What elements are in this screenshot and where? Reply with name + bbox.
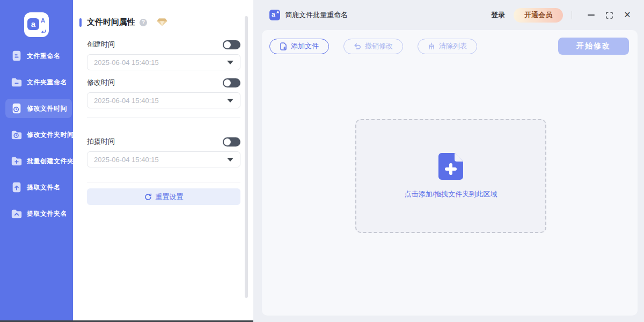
vip-gem-icon — [157, 18, 167, 26]
add-files-label: 添加文件 — [291, 41, 319, 51]
logo-letter-A: A — [41, 17, 45, 24]
start-modify-button[interactable]: 开始修改 — [558, 38, 629, 55]
reset-button-label: 重置设置 — [156, 192, 184, 202]
settings-panel: 文件时间属性 ? 创建时间 2025-06-04 15:40:15 修改时间 2… — [73, 0, 253, 322]
sidebar-item-label: 批量创建文件夹 — [27, 157, 74, 166]
sidebar-item-folder-rename[interactable]: 文件夹重命名 — [5, 72, 72, 92]
undo-label: 撤销修改 — [365, 41, 393, 51]
app-window: a A 文件重命名 文件夹重命名 修改文件时间 — [0, 0, 644, 322]
app-icon-letter: a — [272, 11, 275, 18]
sidebar-item-extract-foldername[interactable]: 提取文件夹名 — [5, 204, 72, 223]
clear-list-label: 清除列表 — [439, 41, 467, 51]
folder-time-icon — [11, 129, 23, 141]
sidebar-item-label: 修改文件夹时间 — [27, 130, 74, 140]
modify-time-input[interactable]: 2025-06-04 15:40:15 — [87, 92, 240, 108]
chevron-down-icon — [227, 99, 233, 103]
divider — [87, 182, 240, 182]
folder-plus-icon — [11, 155, 23, 167]
close-icon: ✕ — [624, 11, 631, 19]
sidebar-item-file-rename[interactable]: 文件重命名 — [5, 46, 72, 65]
clear-list-button[interactable]: 清除列表 — [418, 39, 477, 54]
sidebar-item-modify-file-time[interactable]: 修改文件时间 — [5, 99, 72, 118]
modify-time-value: 2025-06-04 15:40:15 — [94, 97, 159, 105]
chevron-down-icon — [227, 61, 233, 64]
login-link[interactable]: 登录 — [491, 10, 505, 20]
sidebar-item-label: 文件重命名 — [27, 52, 61, 61]
refresh-icon — [144, 193, 152, 201]
create-time-group: 创建时间 2025-06-04 15:40:15 — [87, 39, 240, 70]
logo-arrow-icon — [41, 30, 46, 33]
logo-letter-a: a — [27, 18, 39, 30]
file-rename-icon — [11, 50, 23, 62]
sidebar-item-batch-create-folder[interactable]: 批量创建文件夹 — [5, 151, 72, 171]
capture-time-input[interactable]: 2025-06-04 15:40:15 — [87, 151, 240, 167]
undo-button[interactable]: 撤销修改 — [343, 39, 403, 54]
workspace: 添加文件 撤销修改 清除列表 开始修改 — [262, 30, 638, 316]
settings-scrollbar[interactable] — [245, 16, 248, 298]
capture-time-toggle[interactable] — [223, 137, 240, 147]
add-files-button[interactable]: 添加文件 — [269, 39, 329, 54]
broom-icon — [428, 42, 435, 50]
folder-extract-icon — [11, 208, 23, 219]
capture-time-label: 拍摄时间 — [87, 137, 115, 147]
capture-time-value: 2025-06-04 15:40:15 — [94, 156, 159, 164]
capture-time-group: 拍摄时间 2025-06-04 15:40:15 — [87, 136, 240, 167]
file-extract-icon — [11, 181, 23, 193]
toolbar: 添加文件 撤销修改 清除列表 开始修改 — [262, 30, 638, 55]
page-title: 文件时间属性 — [87, 17, 135, 27]
minimize-icon — [588, 14, 595, 16]
main-panel: a A 简鹿文件批量重命名 登录 开通会员 ✕ 添加文件 — [253, 0, 644, 322]
sidebar-item-label: 修改文件时间 — [27, 104, 67, 113]
modify-time-group: 修改时间 2025-06-04 15:40:15 — [87, 77, 240, 108]
maximize-icon — [606, 12, 613, 19]
sidebar-item-label: 提取文件名 — [27, 183, 61, 192]
chevron-down-icon — [227, 158, 233, 162]
folder-rename-icon — [11, 76, 23, 88]
modify-time-label: 修改时间 — [87, 78, 115, 87]
titlebar: a A 简鹿文件批量重命名 登录 开通会员 ✕ — [253, 0, 644, 30]
modify-time-toggle[interactable] — [223, 78, 240, 87]
divider — [87, 117, 240, 118]
app-icon: a A — [269, 10, 280, 20]
sidebar-item-label: 文件夹重命名 — [27, 78, 67, 87]
file-time-icon — [11, 103, 23, 114]
sidebar-item-modify-folder-time[interactable]: 修改文件夹时间 — [5, 125, 72, 144]
window-title: 简鹿文件批量重命名 — [285, 10, 348, 20]
dropzone[interactable]: 点击添加/拖拽文件夹到此区域 — [355, 119, 546, 233]
add-file-icon — [438, 153, 463, 180]
app-icon-letter-small: A — [276, 10, 279, 14]
undo-icon — [354, 42, 361, 50]
sidebar-nav: 文件重命名 文件夹重命名 修改文件时间 修改文件夹时间 — [0, 46, 73, 230]
sidebar-item-label: 提取文件夹名 — [27, 209, 67, 218]
sidebar: a A 文件重命名 文件夹重命名 修改文件时间 — [0, 0, 73, 322]
create-time-input[interactable]: 2025-06-04 15:40:15 — [87, 54, 240, 70]
close-button[interactable]: ✕ — [619, 7, 635, 23]
titlebar-separator — [572, 11, 572, 19]
title-accent-bar — [79, 18, 82, 27]
create-time-toggle[interactable] — [223, 40, 240, 49]
vip-membership-button[interactable]: 开通会员 — [514, 8, 563, 23]
app-logo: a A — [24, 12, 49, 37]
dropzone-hint: 点击添加/拖拽文件夹到此区域 — [405, 189, 497, 199]
create-time-label: 创建时间 — [87, 40, 115, 49]
file-plus-icon — [280, 42, 287, 50]
create-time-value: 2025-06-04 15:40:15 — [94, 58, 159, 67]
minimize-button[interactable] — [583, 7, 599, 23]
maximize-button[interactable] — [601, 7, 617, 23]
sidebar-item-extract-filename[interactable]: 提取文件名 — [5, 178, 72, 197]
reset-button[interactable]: 重置设置 — [87, 188, 240, 205]
help-icon[interactable]: ? — [140, 19, 147, 26]
